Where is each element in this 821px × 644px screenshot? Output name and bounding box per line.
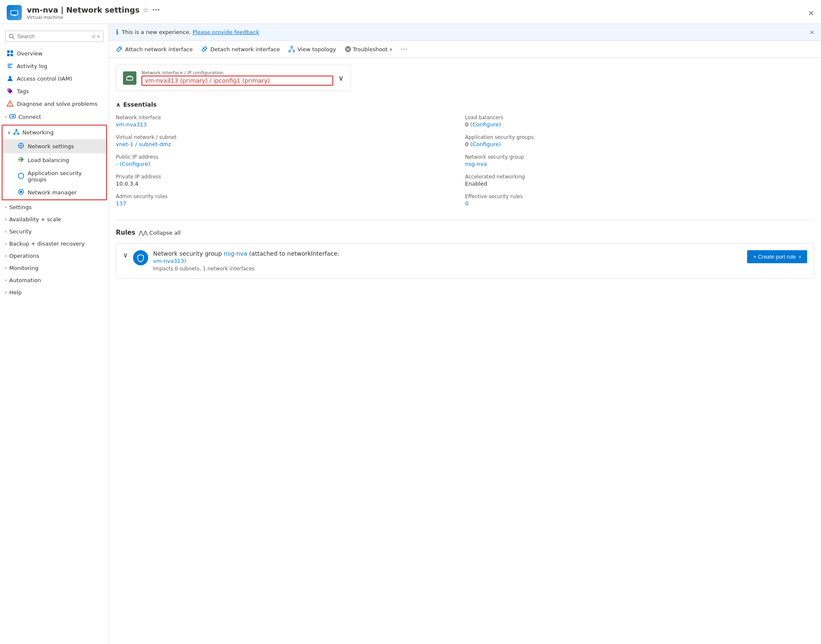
load-balancers-configure-link[interactable]: (Configure)	[470, 121, 501, 128]
admin-rules-link[interactable]: 137	[116, 200, 126, 207]
sidebar-item-diagnose[interactable]: Diagnose and solve problems	[0, 97, 109, 110]
sidebar-item-networking[interactable]: ∨ Networking	[3, 126, 106, 139]
network-interface-value: vm-nva313	[116, 121, 465, 128]
svg-point-3	[9, 34, 13, 38]
svg-rect-10	[8, 65, 11, 66]
monitoring-chevron: ›	[5, 266, 7, 270]
help-label: Help	[9, 289, 22, 296]
svg-rect-6	[10, 50, 13, 53]
sidebar-item-network-manager[interactable]: Network manager	[3, 186, 106, 199]
accelerated-networking-value: Enabled	[465, 181, 814, 187]
private-ip-value: 10.0.3.4	[116, 181, 465, 187]
svg-point-34	[293, 50, 295, 52]
banner-close-button[interactable]: ×	[810, 29, 814, 35]
network-settings-label: Network settings	[28, 143, 74, 149]
public-ip-link[interactable]: - (Configure)	[116, 161, 150, 167]
load-balancing-label: Load balancing	[28, 157, 69, 163]
sidebar-item-load-balancing[interactable]: Load balancing	[3, 153, 106, 167]
subtitle-text: Virtual machine	[27, 15, 803, 20]
essentials-accelerated-networking: Accelerated networking Enabled	[465, 170, 814, 190]
view-topology-button[interactable]: View topology	[288, 44, 336, 54]
essentials-vnet-subnet: Virtual network / subnet vnet-1 / subnet…	[116, 131, 465, 151]
svg-line-4	[13, 37, 14, 39]
page-header: vm-nva | Network settings ☆ ··· Virtual …	[0, 0, 821, 24]
vnet-subnet-link[interactable]: vnet-1 / subnet-dmz	[116, 141, 171, 147]
load-balancers-value: 0 (Configure)	[465, 121, 814, 128]
search-icon	[9, 34, 15, 39]
connect-icon	[9, 113, 16, 121]
nsg-title-prefix: Network security group	[153, 250, 222, 257]
network-interface-link[interactable]: vm-nva313	[116, 121, 147, 128]
overview-label: Overview	[17, 50, 42, 57]
sidebar-item-automation[interactable]: › Automation	[0, 274, 109, 286]
nic-selector[interactable]: Network interface / IP configuration vm-…	[116, 65, 351, 91]
sidebar-item-security[interactable]: › Security	[0, 225, 109, 238]
essentials-effective-rules: Effective security rules 0	[465, 190, 814, 210]
favorite-icon[interactable]: ☆	[143, 6, 149, 14]
svg-line-22	[16, 131, 18, 133]
sidebar-item-access-control[interactable]: Access control (IAM)	[0, 72, 109, 85]
nsg-value: nsg-nva	[465, 161, 814, 167]
essentials-left-col: Network interface vm-nva313 Virtual netw…	[116, 111, 465, 210]
sidebar-item-availability[interactable]: › Availability + scale	[0, 213, 109, 225]
nsg-label: Network security group	[465, 154, 814, 160]
toolbar-more-button[interactable]: ···	[401, 45, 407, 53]
sidebar-item-connect[interactable]: › Connect	[0, 110, 109, 124]
sidebar-item-backup[interactable]: › Backup + disaster recovery	[0, 238, 109, 250]
app-security-icon	[18, 173, 24, 181]
nic-label: Network interface / IP configuration	[141, 70, 333, 76]
sidebar-item-tags[interactable]: Tags	[0, 85, 109, 97]
activity-log-icon	[7, 63, 13, 69]
sidebar-item-help[interactable]: › Help	[0, 286, 109, 298]
svg-rect-11	[8, 67, 12, 68]
settings-chevron: ›	[5, 205, 7, 209]
sidebar-item-network-settings[interactable]: Network settings	[3, 139, 106, 153]
search-box[interactable]: ◇ «	[5, 31, 104, 42]
availability-label: Availability + scale	[9, 216, 61, 223]
create-port-rule-button[interactable]: + Create port rule ∨	[747, 250, 807, 263]
effective-rules-value: 0	[465, 200, 814, 207]
nsg-attached-text: (attached to networkInterface:	[249, 250, 339, 257]
svg-point-33	[289, 50, 290, 52]
essentials-private-ip: Private IP address 10.0.3.4	[116, 170, 465, 190]
automation-label: Automation	[9, 277, 41, 283]
essentials-nsg: Network security group nsg-nva	[465, 151, 814, 170]
app-security-groups-label: Application security groups	[465, 134, 814, 140]
header-ellipsis-icon[interactable]: ···	[152, 6, 160, 14]
troubleshoot-button[interactable]: Troubleshoot ∨	[345, 44, 393, 54]
svg-line-36	[292, 48, 294, 50]
diamond-icon: ◇	[92, 34, 95, 39]
svg-point-13	[8, 89, 10, 91]
nsg-nic-link[interactable]: vm-nva313)	[153, 258, 186, 264]
collapse-all-button[interactable]: ⋀⋀ Collapse all	[139, 230, 180, 236]
load-balancers-label: Load balancers	[465, 115, 814, 120]
attach-network-interface-button[interactable]: Attach network interface	[116, 44, 193, 54]
sidebar-item-monitoring[interactable]: › Monitoring	[0, 262, 109, 274]
banner-feedback-link[interactable]: Please provide feedback	[193, 29, 259, 35]
app-security-groups-configure-link[interactable]: (Configure)	[470, 141, 501, 147]
sidebar-item-operations[interactable]: › Operations	[0, 250, 109, 262]
sidebar-item-activity-log[interactable]: Activity log	[0, 60, 109, 72]
admin-rules-value: 137	[116, 200, 465, 207]
sidebar-item-overview[interactable]: Overview	[0, 47, 109, 60]
operations-label: Operations	[9, 253, 39, 259]
essentials-admin-rules: Admin security rules 137	[116, 190, 465, 210]
collapse-icon[interactable]: «	[97, 34, 100, 39]
essentials-header[interactable]: ∧ Essentials	[109, 98, 821, 111]
load-balancers-count: 0	[465, 121, 468, 128]
troubleshoot-icon	[345, 46, 351, 52]
sidebar-item-app-security-groups[interactable]: Application security groups	[3, 167, 106, 186]
effective-rules-link[interactable]: 0	[465, 200, 468, 207]
essentials-load-balancers: Load balancers 0 (Configure)	[465, 111, 814, 131]
sidebar: ◇ « Overview Activity log Access control…	[0, 24, 109, 644]
collapse-all-label: Collapse all	[149, 230, 181, 236]
nsg-card-chevron[interactable]: ∨	[123, 251, 128, 259]
nsg-name-link[interactable]: nsg-nva	[224, 250, 247, 257]
page-title: vm-nva | Network settings ☆ ···	[27, 5, 803, 14]
automation-chevron: ›	[5, 278, 7, 283]
nsg-link[interactable]: nsg-nva	[465, 161, 487, 167]
close-button[interactable]: ×	[808, 8, 814, 17]
detach-network-interface-button[interactable]: Detach network interface	[201, 44, 280, 54]
sidebar-item-settings[interactable]: › Settings	[0, 201, 109, 213]
search-input[interactable]	[17, 33, 89, 39]
